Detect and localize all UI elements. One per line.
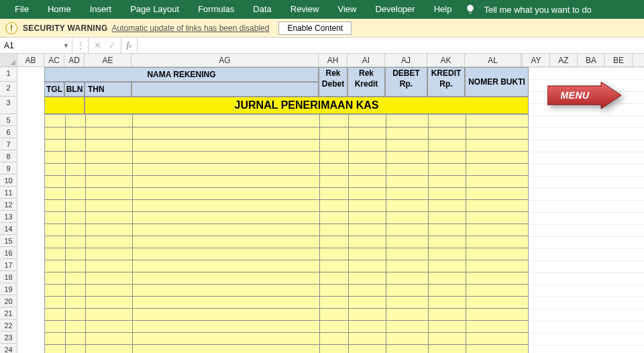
ribbon-tab-insert[interactable]: Insert (80, 0, 121, 19)
row-header-15[interactable]: 15 (0, 235, 17, 247)
data-grid[interactable] (44, 114, 529, 353)
column-header-AL[interactable]: AL (465, 54, 521, 66)
enter-icon: ✓ (105, 40, 119, 50)
row-header-20[interactable]: 20 (0, 295, 17, 307)
row-header-5[interactable]: 5 (0, 114, 17, 126)
formula-input[interactable] (138, 38, 644, 53)
lightbulb-icon (461, 4, 480, 15)
column-header-AH[interactable]: AH (319, 54, 347, 66)
header-debet-l2: Rp. (400, 79, 413, 89)
header-debet: DEBETRp. (385, 67, 427, 97)
security-warning-bar: ! SECURITY WARNING Automatic update of l… (0, 19, 644, 38)
column-header-BA[interactable]: BA (578, 54, 605, 66)
header-rek-debet-l2: Debet (322, 79, 344, 89)
cells-area[interactable]: NAMA REKENING TGL BLN THN RekDebet RekKr… (17, 67, 644, 353)
row-header-11[interactable]: 11 (0, 187, 17, 199)
column-header-AI[interactable]: AI (347, 54, 385, 66)
ribbon-tab-review[interactable]: Review (281, 0, 329, 19)
row-header-14[interactable]: 14 (0, 223, 17, 235)
row-header-9[interactable]: 9 (0, 162, 17, 174)
ribbon-tab-data[interactable]: Data (244, 0, 280, 19)
header-debet-l1: DEBET (392, 68, 420, 78)
row-header-18[interactable]: 18 (0, 271, 17, 283)
title-text: JURNAL PENERIMAAN KAS (235, 99, 379, 111)
row-header-22[interactable]: 22 (0, 319, 17, 332)
name-box-value: A1 (4, 41, 14, 50)
name-box[interactable]: A1 ▼ (0, 38, 72, 53)
ribbon-tab-home[interactable]: Home (38, 0, 80, 19)
column-header-AY[interactable]: AY (523, 54, 550, 66)
tell-me-search[interactable]: Tell me what you want to do (480, 5, 591, 15)
ribbon-tab-formulas[interactable]: Formulas (189, 0, 244, 19)
column-header-AK[interactable]: AK (427, 54, 465, 66)
grid-lines (527, 67, 644, 353)
row-header-23[interactable]: 23 (0, 332, 17, 344)
warning-icon: ! (5, 22, 17, 34)
row-header-3[interactable]: 3 (0, 97, 17, 114)
header-rek-kredit: RekKredit (347, 67, 385, 97)
header-blank-ag (131, 82, 319, 97)
header-thn-label: THN (85, 83, 131, 96)
enable-content-button[interactable]: Enable Content (278, 21, 352, 35)
row-header-13[interactable]: 13 (0, 211, 17, 223)
formula-actions: ✕ ✓ (89, 38, 121, 53)
row-header-21[interactable]: 21 (0, 307, 17, 319)
row-header-24[interactable]: 24 (0, 344, 17, 353)
yellow-strip-left (44, 97, 85, 114)
column-header-BE[interactable]: BE (605, 54, 633, 66)
row-header-2[interactable]: 2 (0, 82, 17, 97)
column-header-AE[interactable]: AE (85, 54, 131, 66)
cancel-icon: ✕ (90, 40, 105, 50)
header-nomer-bukti-label: NOMER BUKTI (466, 68, 528, 96)
row-header-16[interactable]: 16 (0, 247, 17, 259)
header-nomer-bukti: NOMER BUKTI (465, 67, 529, 97)
ribbon-tab-page-layout[interactable]: Page Layout (121, 0, 189, 19)
header-nama-rekening-label: NAMA REKENING (45, 68, 318, 81)
row-header-17[interactable]: 17 (0, 259, 17, 271)
header-rek-kredit-l1: Rek (359, 68, 374, 78)
chevron-down-icon[interactable]: ▼ (63, 42, 69, 49)
row-header-7[interactable]: 7 (0, 138, 17, 150)
column-header-AC[interactable]: AC (44, 54, 64, 66)
row-header-6[interactable]: 6 (0, 126, 17, 138)
header-nama-rekening: NAMA REKENING (44, 67, 319, 82)
header-tgl: TGL (44, 82, 64, 97)
row-header-19[interactable]: 19 (0, 283, 17, 295)
column-header-AB[interactable]: AB (17, 54, 44, 66)
header-thn: THN (85, 82, 131, 97)
header-tgl-label: TGL (45, 83, 64, 96)
security-warning-label: SECURITY WARNING (23, 23, 108, 33)
column-headers: ABACADAEAGAHAIAJAKALAYAZBABE (0, 54, 644, 67)
ribbon-tab-view[interactable]: View (328, 0, 366, 19)
ribbon-tab-file[interactable]: File (5, 0, 38, 19)
row-header-10[interactable]: 10 (0, 174, 17, 187)
header-bln-label: BLN (65, 83, 84, 96)
select-all-button[interactable] (0, 54, 17, 66)
column-header-AJ[interactable]: AJ (385, 54, 427, 66)
row-header-1[interactable]: 1 (0, 67, 17, 82)
formula-bar-row: A1 ▼ ⋮ ✕ ✓ fx (0, 38, 644, 54)
worksheet: ABACADAEAGAHAIAJAKALAYAZBABE 12356789101… (0, 54, 644, 353)
fx-icon[interactable]: fx (121, 38, 138, 53)
menu-button[interactable]: MENU (547, 82, 621, 109)
security-warning-message[interactable]: Automatic update of links has been disab… (112, 23, 270, 33)
header-bln: BLN (64, 82, 85, 97)
header-rek-kredit-l2: Kredit (355, 79, 378, 89)
header-rek-debet-l1: Rek (325, 68, 340, 78)
menu-button-label: MENU (547, 82, 602, 109)
title-bar: JURNAL PENERIMAAN KAS (85, 97, 529, 114)
ribbon-tab-help[interactable]: Help (425, 0, 462, 19)
ribbon: File Home Insert Page Layout Formulas Da… (0, 0, 644, 19)
header-kredit-l2: Rp. (439, 79, 452, 89)
formula-bar-separator: ⋮ (72, 38, 89, 53)
column-header-strip: ABACADAEAGAHAIAJAKALAYAZBABE (17, 54, 633, 66)
row-header-8[interactable]: 8 (0, 150, 17, 162)
column-header-AG[interactable]: AG (131, 54, 319, 66)
ribbon-tab-developer[interactable]: Developer (366, 0, 424, 19)
header-rek-debet: RekDebet (319, 67, 347, 97)
row-headers: 1235678910111213141516171819202122232425… (0, 67, 17, 353)
column-header-AZ[interactable]: AZ (550, 54, 578, 66)
column-header-AD[interactable]: AD (64, 54, 85, 66)
row-header-12[interactable]: 12 (0, 199, 17, 211)
header-kredit: KREDITRp. (427, 67, 465, 97)
